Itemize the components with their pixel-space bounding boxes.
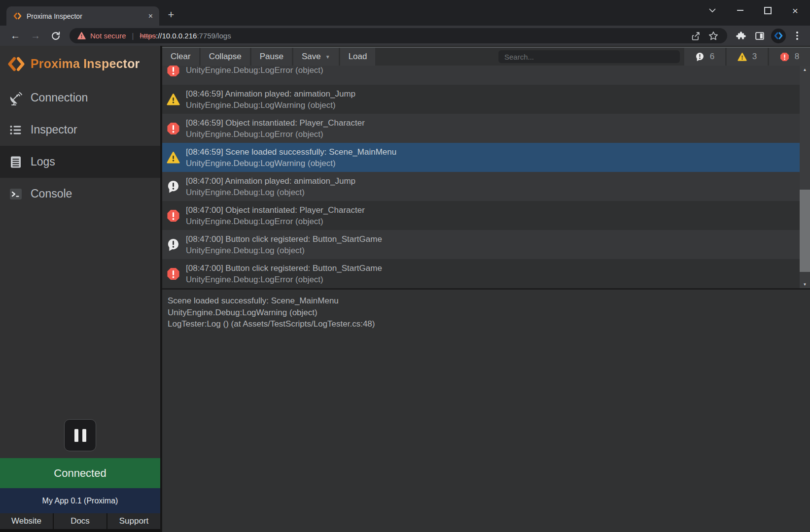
url-scheme: https <box>140 32 156 40</box>
warning-filter-button[interactable]: 3 <box>727 48 768 66</box>
error-filter-button[interactable]: 8 <box>769 48 810 66</box>
scrollbar-thumb[interactable] <box>800 190 810 272</box>
satellite-dish-icon <box>8 91 23 105</box>
info-icon <box>167 238 180 252</box>
url-host: 10.0.0.216 <box>162 32 197 40</box>
url-text: https://10.0.0.216:7759/logs <box>140 32 231 40</box>
save-button[interactable]: Save▼ <box>293 48 339 66</box>
search-input[interactable] <box>498 50 680 63</box>
log-source: UnityEngine.Debug:Log (object) <box>186 187 355 198</box>
error-icon <box>167 122 180 135</box>
clear-button[interactable]: Clear <box>162 48 199 66</box>
footer-link-docs[interactable]: Docs <box>54 513 106 529</box>
window-close-button[interactable]: × <box>781 0 809 21</box>
share-icon[interactable] <box>687 29 704 43</box>
warning-count: 3 <box>752 52 757 62</box>
info-icon <box>167 180 180 194</box>
proxima-logo-icon <box>7 57 25 71</box>
tab-search-chevron-icon[interactable] <box>699 0 726 21</box>
toolbar-spacer <box>377 48 498 66</box>
sidebar-spacer <box>0 210 160 419</box>
window-controls: × <box>699 0 809 21</box>
error-icon <box>167 209 180 223</box>
log-row[interactable]: [08:46:59] Animation played: animation_J… <box>162 85 800 114</box>
url-port-path: :7759/logs <box>197 32 231 40</box>
log-rows: UnityEngine.Debug:LogError (object) [08:… <box>162 66 800 288</box>
pause-stream-button[interactable] <box>64 419 96 451</box>
back-button[interactable]: ← <box>7 28 24 44</box>
sidebar: Proxima Inspector Connection Inspector L… <box>0 46 160 532</box>
pause-button[interactable]: Pause <box>251 48 292 66</box>
side-panel-icon[interactable] <box>751 27 769 45</box>
log-message: [08:47:00] Button click registered: Butt… <box>186 263 382 274</box>
brand: Proxima Inspector <box>0 46 160 82</box>
log-row[interactable]: [08:47:00] Button click registered: Butt… <box>162 259 800 288</box>
security-label: Not secure <box>90 32 126 40</box>
proxima-favicon-icon <box>13 12 22 20</box>
log-scrollbar[interactable]: ▲ ▼ <box>800 66 810 288</box>
new-tab-button[interactable]: + <box>164 7 178 22</box>
log-message: [08:47:00] Object instantiated: Player_C… <box>186 204 365 216</box>
collapse-button[interactable]: Collapse <box>201 48 250 66</box>
warning-icon <box>167 151 180 165</box>
url-divider: | <box>132 32 134 40</box>
pause-icon <box>74 429 78 442</box>
tab-close-icon[interactable]: × <box>146 11 155 21</box>
footer-padding <box>0 529 160 532</box>
window-maximize-button[interactable] <box>754 0 781 21</box>
footer-link-support[interactable]: Support <box>107 513 160 529</box>
connection-status-badge: Connected <box>0 458 160 488</box>
info-count: 6 <box>710 52 714 62</box>
error-count: 8 <box>795 52 799 62</box>
sidebar-item-console[interactable]: Console <box>0 178 160 210</box>
scrollbar-track[interactable] <box>800 73 810 280</box>
warning-triangle-icon <box>738 52 747 62</box>
sidebar-item-label: Inspector <box>31 123 77 136</box>
error-icon <box>167 66 180 77</box>
app-info-bar: My App 0.1 (Proxima) <box>0 488 160 513</box>
log-row-selected[interactable]: [08:46:59] Scene loaded successfully: Sc… <box>162 143 800 172</box>
document-icon <box>8 155 23 169</box>
bookmark-star-icon[interactable] <box>704 29 722 43</box>
warning-icon <box>167 93 180 106</box>
log-source: UnityEngine.Debug:LogWarning (object) <box>186 100 355 111</box>
url-separator: :// <box>156 32 162 40</box>
log-source: UnityEngine.Debug:Log (object) <box>186 245 382 256</box>
footer-link-website[interactable]: Website <box>0 513 53 529</box>
not-secure-warning-icon <box>77 32 86 40</box>
sidebar-item-connection[interactable]: Connection <box>0 82 160 114</box>
window-minimize-button[interactable] <box>726 0 754 21</box>
log-detail-panel: Scene loaded successfully: Scene_MainMen… <box>162 288 810 532</box>
browser-tab-strip: Proxima Inspector × + × <box>0 0 810 26</box>
sidebar-item-label: Console <box>31 187 72 200</box>
error-icon <box>167 267 180 281</box>
reload-button[interactable] <box>47 28 64 44</box>
log-row[interactable]: [08:47:00] Button click registered: Butt… <box>162 230 800 259</box>
browser-tab[interactable]: Proxima Inspector × <box>6 6 159 26</box>
info-bubble-icon <box>695 52 704 62</box>
scroll-up-arrow-icon[interactable]: ▲ <box>800 66 810 73</box>
log-message: [08:46:59] Scene loaded successfully: Sc… <box>186 146 396 158</box>
proxima-extension-button[interactable] <box>770 27 787 45</box>
log-message: [08:46:59] Animation played: animation_J… <box>186 88 355 100</box>
extensions-puzzle-icon[interactable] <box>732 27 750 45</box>
browser-address-bar: ← → Not secure | https://10.0.0.216:7759… <box>0 26 810 46</box>
list-icon <box>8 123 23 137</box>
browser-menu-kebab-icon[interactable] <box>788 27 806 45</box>
scroll-down-arrow-icon[interactable]: ▼ <box>800 280 810 288</box>
proxima-extension-icon <box>771 29 786 43</box>
forward-button[interactable]: → <box>27 28 44 44</box>
log-row[interactable]: [08:47:00] Animation played: animation_J… <box>162 172 800 201</box>
logs-panel: Clear Collapse Pause Save▼ Load 6 3 8 <box>162 46 810 532</box>
load-button[interactable]: Load <box>340 48 376 66</box>
sidebar-item-logs[interactable]: Logs <box>0 146 160 178</box>
log-row[interactable]: [08:46:59] Object instantiated: Player_C… <box>162 114 800 143</box>
log-message: [08:47:00] Animation played: animation_J… <box>186 175 355 187</box>
security-chip[interactable]: Not secure <box>77 32 126 40</box>
info-filter-button[interactable]: 6 <box>684 48 725 66</box>
sidebar-item-inspector[interactable]: Inspector <box>0 114 160 146</box>
log-row[interactable]: [08:47:00] Object instantiated: Player_C… <box>162 201 800 230</box>
log-source: UnityEngine.Debug:LogError (object) <box>186 129 365 140</box>
url-bar[interactable]: Not secure | https://10.0.0.216:7759/log… <box>70 28 727 43</box>
log-row[interactable]: UnityEngine.Debug:LogError (object) <box>162 66 800 85</box>
